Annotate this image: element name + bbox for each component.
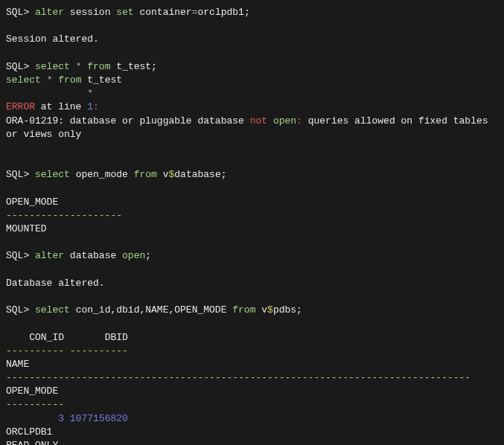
terminal-segment: : bbox=[93, 101, 99, 112]
terminal-segment: t_test bbox=[81, 74, 122, 86]
terminal-segment: alter bbox=[35, 250, 64, 261]
terminal-segment: not bbox=[250, 115, 267, 127]
terminal-line: CON_ID DBID bbox=[6, 331, 498, 345]
terminal-line: Database altered. bbox=[6, 277, 498, 290]
terminal-line bbox=[6, 19, 498, 33]
terminal-segment: OPEN_MODE bbox=[6, 385, 58, 397]
terminal-segment: open bbox=[122, 250, 145, 261]
terminal-segment: session bbox=[64, 7, 116, 18]
terminal-line: select * from t_test bbox=[6, 74, 498, 87]
terminal-segment: ORCLPDB1 bbox=[6, 426, 52, 438]
terminal-line: SQL> alter database open; bbox=[6, 249, 498, 263]
terminal-segment bbox=[6, 88, 87, 99]
terminal-line: OPEN_MODE bbox=[6, 196, 498, 209]
terminal-segment: SQL> bbox=[6, 61, 35, 72]
terminal-line: ----------------------------------------… bbox=[6, 371, 498, 385]
terminal-line: ---------- ---------- bbox=[6, 345, 498, 358]
terminal-segment: pdbs; bbox=[273, 304, 302, 316]
terminal-segment: ---------- ---------- bbox=[6, 345, 128, 356]
terminal-segment: ---------- bbox=[6, 399, 64, 410]
terminal-segment: ERROR bbox=[6, 101, 35, 112]
terminal-segment: alter bbox=[35, 7, 64, 18]
terminal-line: ERROR at line 1: bbox=[6, 100, 498, 114]
terminal-line bbox=[6, 263, 498, 277]
terminal-line bbox=[6, 182, 498, 195]
terminal-line: SQL> select con_id,dbid,NAME,OPEN_MODE f… bbox=[6, 304, 498, 317]
terminal-segment: from bbox=[232, 304, 255, 316]
terminal-segment: open bbox=[273, 115, 296, 127]
terminal-segment: MOUNTED bbox=[6, 223, 47, 234]
terminal-line: MOUNTED bbox=[6, 222, 498, 236]
terminal-line: SQL> alter session set container=orclpdb… bbox=[6, 6, 498, 19]
terminal-segment: 3 1077156820 bbox=[58, 413, 128, 424]
terminal-line: -------------------- bbox=[6, 209, 498, 222]
terminal-line bbox=[6, 141, 498, 155]
terminal-line bbox=[6, 236, 498, 249]
terminal-segment: database bbox=[64, 250, 122, 261]
terminal-segment: 1 bbox=[87, 101, 93, 112]
terminal-segment: Session altered. bbox=[6, 33, 99, 45]
terminal-segment: ; bbox=[145, 250, 151, 261]
terminal-segment bbox=[6, 413, 58, 424]
terminal-segment: * bbox=[87, 88, 93, 99]
terminal-segment: open_mode bbox=[70, 169, 134, 180]
terminal-segment: select bbox=[6, 74, 41, 86]
terminal-segment: SQL> bbox=[6, 169, 35, 180]
terminal-segment: select bbox=[35, 61, 70, 72]
terminal-output: SQL> alter session set container=orclpdb… bbox=[6, 6, 498, 445]
terminal-segment: t_test; bbox=[110, 61, 156, 72]
terminal-segment: v bbox=[157, 169, 169, 180]
terminal-segment: container bbox=[134, 7, 192, 18]
terminal-line: READ ONLY bbox=[6, 439, 498, 445]
terminal-segment: $ bbox=[267, 304, 273, 316]
terminal-line: ORA-01219: database or pluggable databas… bbox=[6, 115, 498, 141]
terminal-segment: Database altered. bbox=[6, 278, 105, 289]
terminal-segment bbox=[70, 61, 76, 72]
terminal-segment: from bbox=[134, 169, 157, 180]
terminal-segment: v bbox=[255, 304, 267, 316]
terminal-line: SQL> select open_mode from v$database; bbox=[6, 168, 498, 182]
terminal-segment bbox=[267, 115, 273, 127]
terminal-segment: CON_ID DBID bbox=[6, 332, 128, 343]
terminal-line bbox=[6, 155, 498, 168]
terminal-segment: OPEN_MODE bbox=[6, 196, 58, 208]
terminal-segment: orclpdb1; bbox=[197, 7, 249, 18]
terminal-segment: at line bbox=[35, 101, 87, 112]
terminal-segment: : bbox=[296, 115, 308, 127]
terminal-segment: select bbox=[35, 304, 70, 316]
terminal-segment: set bbox=[116, 7, 133, 18]
terminal-segment: select bbox=[35, 169, 70, 180]
terminal-line: NAME bbox=[6, 358, 498, 371]
terminal-line: * bbox=[6, 87, 498, 100]
terminal-line bbox=[6, 317, 498, 330]
terminal-segment: con_id,dbid,NAME,OPEN_MODE bbox=[70, 304, 232, 316]
terminal-line: ---------- bbox=[6, 398, 498, 412]
terminal-line bbox=[6, 290, 498, 304]
terminal-segment: READ ONLY bbox=[6, 440, 58, 445]
terminal-segment: ----------------------------------------… bbox=[6, 372, 470, 383]
terminal-line: Session altered. bbox=[6, 33, 498, 46]
terminal-segment: ORA-01219: database or pluggable databas… bbox=[6, 115, 250, 127]
terminal-segment: from bbox=[87, 61, 110, 72]
terminal-segment: SQL> bbox=[6, 250, 35, 261]
terminal-segment: SQL> bbox=[6, 7, 35, 18]
terminal-segment: from bbox=[58, 74, 81, 86]
terminal-line: SQL> select * from t_test; bbox=[6, 60, 498, 74]
terminal-segment: SQL> bbox=[6, 304, 35, 316]
terminal-line: ORCLPDB1 bbox=[6, 426, 498, 439]
terminal-segment bbox=[41, 74, 47, 86]
terminal-segment: -------------------- bbox=[6, 210, 122, 221]
terminal-line: 3 1077156820 bbox=[6, 412, 498, 426]
terminal-line: OPEN_MODE bbox=[6, 385, 498, 398]
terminal-segment: database; bbox=[174, 169, 226, 180]
terminal-line bbox=[6, 47, 498, 60]
terminal-segment: NAME bbox=[6, 359, 29, 370]
